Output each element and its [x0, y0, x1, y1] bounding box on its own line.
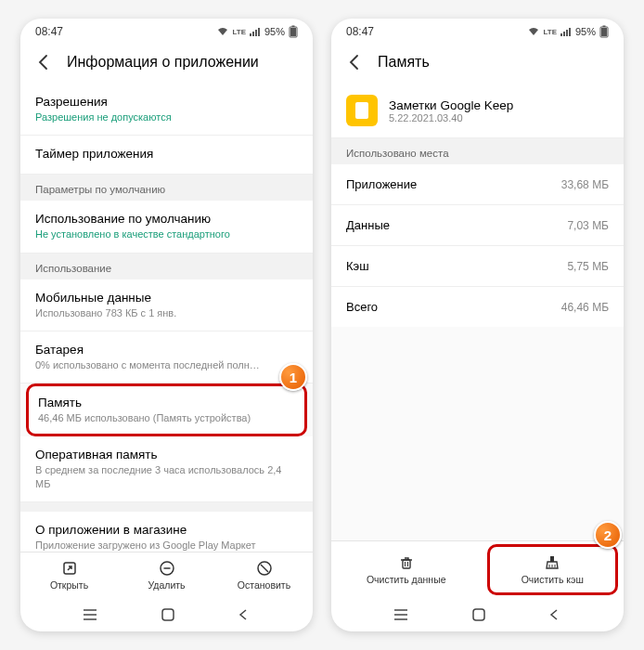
- page-title: Память: [378, 54, 430, 71]
- stop-icon: [256, 560, 273, 577]
- status-time: 08:47: [346, 25, 374, 38]
- broom-icon: [544, 554, 560, 571]
- row-value: 7,03 МБ: [567, 219, 609, 232]
- back-icon[interactable]: [346, 54, 363, 71]
- home-icon[interactable]: [470, 606, 487, 623]
- section-usage: Использование: [20, 254, 313, 280]
- row-title: Батарея: [35, 343, 298, 357]
- row-value: 46,46 МБ: [561, 301, 609, 314]
- row-data-size: Данные 7,03 МБ: [331, 205, 624, 246]
- btn-label: Очистить данные: [367, 574, 446, 585]
- row-sub: Не установлено в качестве стандартного: [35, 228, 298, 240]
- row-timer[interactable]: Таймер приложения: [20, 136, 313, 175]
- svg-rect-15: [403, 560, 410, 568]
- page-header: Информация о приложении: [20, 45, 313, 84]
- svg-rect-1: [292, 26, 295, 28]
- row-title: О приложении в магазине: [35, 523, 298, 537]
- row-battery[interactable]: Батарея 0% использовано с момента послед…: [20, 332, 313, 384]
- row-defaults[interactable]: Использование по умолчанию Не установлен…: [20, 201, 313, 253]
- app-icon: [346, 95, 378, 126]
- step-badge-1: 1: [279, 363, 307, 391]
- step-badge-2: 2: [594, 521, 622, 549]
- clear-data-button[interactable]: Очистить данные: [331, 541, 482, 598]
- btn-label: Остановить: [238, 579, 290, 591]
- row-label: Данные: [346, 218, 390, 232]
- row-sub: Приложение загружено из Google Play Марк…: [35, 539, 298, 552]
- row-store[interactable]: О приложении в магазине Приложение загру…: [20, 512, 313, 552]
- btn-label: Открыть: [50, 579, 88, 591]
- app-header: Заметки Google Keep 5.22.2021.03.40: [331, 84, 624, 138]
- row-title: Разрешения: [35, 95, 298, 109]
- recents-icon[interactable]: [394, 608, 411, 621]
- svg-rect-18: [550, 556, 554, 562]
- section-defaults: Параметры по умолчанию: [20, 175, 313, 201]
- bottom-bar: Очистить данные Очистить кэш 2: [331, 540, 624, 598]
- open-button[interactable]: Открыть: [20, 552, 118, 598]
- app-name: Заметки Google Keep: [389, 98, 513, 112]
- content-area: Разрешения Разрешения не допускаются Тай…: [20, 84, 313, 552]
- battery-icon: [599, 25, 609, 38]
- status-right: LTE 95%: [528, 25, 609, 38]
- app-version: 5.22.2021.03.40: [389, 112, 513, 124]
- wifi-icon: [528, 27, 539, 36]
- btn-label: Очистить кэш: [522, 574, 584, 585]
- page-header: Память: [331, 45, 624, 84]
- row-title: Мобильные данные: [35, 291, 298, 305]
- svg-line-7: [261, 565, 268, 572]
- stop-button[interactable]: Остановить: [215, 552, 313, 598]
- row-sub: В среднем за последние 3 часа использова…: [35, 463, 298, 490]
- svg-rect-11: [162, 609, 174, 620]
- btn-label: Удалить: [148, 579, 185, 591]
- android-nav: [20, 598, 313, 631]
- row-title: Таймер приложения: [35, 147, 298, 161]
- row-title: Память: [38, 396, 295, 410]
- row-sub: 46,46 МБ использовано (Память устройства…: [38, 411, 295, 424]
- row-ram[interactable]: Оперативная память В среднем за последни…: [20, 436, 313, 502]
- content-area: Заметки Google Keep 5.22.2021.03.40 Испо…: [331, 84, 624, 540]
- open-icon: [61, 560, 78, 577]
- svg-rect-2: [290, 28, 296, 36]
- battery-percent: 95%: [575, 26, 596, 37]
- svg-rect-13: [603, 26, 606, 28]
- bottom-bar: Открыть Удалить Остановить: [20, 552, 313, 598]
- status-bar: 08:47 LTE 95%: [20, 19, 313, 45]
- row-sub: 0% использовано с момента последней полн…: [35, 358, 298, 371]
- home-icon[interactable]: [160, 606, 176, 623]
- row-mobile-data[interactable]: Мобильные данные Использовано 783 КБ с 1…: [20, 280, 313, 332]
- row-label: Приложение: [346, 177, 417, 191]
- row-value: 33,68 МБ: [561, 178, 609, 191]
- status-bar: 08:47 LTE 95%: [331, 19, 624, 45]
- android-nav: [331, 598, 624, 631]
- trash-icon: [398, 554, 415, 571]
- nav-back-icon[interactable]: [547, 608, 560, 621]
- row-permissions[interactable]: Разрешения Разрешения не допускаются: [20, 84, 313, 136]
- row-label: Всего: [346, 300, 378, 314]
- row-label: Кэш: [346, 259, 369, 273]
- row-cache-size: Кэш 5,75 МБ: [331, 246, 624, 287]
- row-sub: Разрешения не допускаются: [35, 110, 298, 124]
- row-total-size: Всего 46,46 МБ: [331, 287, 624, 327]
- status-right: LTE 95%: [217, 25, 298, 38]
- row-value: 5,75 МБ: [567, 260, 609, 273]
- nav-back-icon[interactable]: [237, 608, 250, 621]
- wifi-icon: [217, 27, 228, 36]
- row-title: Использование по умолчанию: [35, 212, 298, 226]
- delete-icon: [159, 560, 175, 577]
- back-icon[interactable]: [35, 54, 52, 71]
- svg-rect-25: [473, 609, 484, 620]
- row-title: Оперативная память: [35, 448, 298, 462]
- recents-icon[interactable]: [84, 608, 100, 621]
- phone-right: 08:47 LTE 95% Память Заметки Google Keep…: [331, 19, 624, 631]
- page-title: Информация о приложении: [67, 54, 259, 71]
- row-app-size: Приложение 33,68 МБ: [331, 164, 624, 205]
- delete-button[interactable]: Удалить: [118, 552, 215, 598]
- signal-icon: [250, 27, 261, 36]
- row-memory-highlighted[interactable]: Память 46,46 МБ использовано (Память уст…: [26, 384, 307, 436]
- battery-percent: 95%: [264, 26, 285, 37]
- section-space-used: Использовано места: [331, 138, 624, 164]
- phone-left: 08:47 LTE 95% Информация о приложении Ра…: [20, 19, 313, 631]
- battery-icon: [289, 25, 298, 38]
- row-sub: Использовано 783 КБ с 1 янв.: [35, 306, 298, 319]
- clear-cache-button-highlighted[interactable]: Очистить кэш: [487, 544, 619, 595]
- status-time: 08:47: [35, 25, 63, 38]
